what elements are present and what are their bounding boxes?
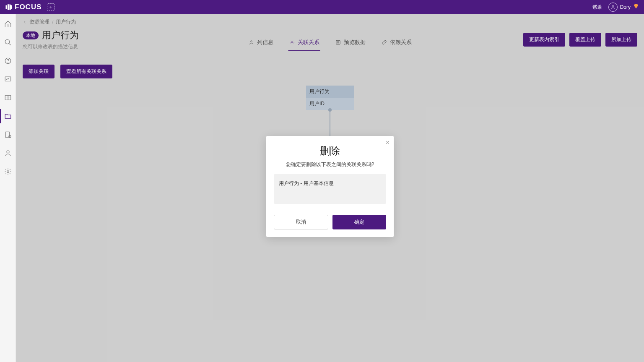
delete-modal: × 删除 您确定要删除以下表之间的关联关系吗? 用户行为 - 用户基本信息 取消… [266,136,394,237]
svg-point-3 [5,39,10,44]
app-logo[interactable]: FOCUS [5,3,42,11]
diamond-icon [633,3,639,11]
close-icon[interactable]: × [386,139,390,146]
svg-point-2 [612,5,614,7]
user-name: Dory [620,4,631,10]
cancel-button[interactable]: 取消 [274,215,328,229]
sidebar [0,14,16,362]
modal-overlay: × 删除 您确定要删除以下表之间的关联关系吗? 用户行为 - 用户基本信息 取消… [16,14,644,362]
modal-relation-box: 用户行为 - 用户基本信息 [274,174,386,204]
nav-config[interactable] [4,131,12,138]
modal-message: 您确定要删除以下表之间的关联关系吗? [274,161,386,168]
nav-folder[interactable] [4,112,12,120]
plus-icon [49,5,53,9]
user-icon [610,5,615,10]
svg-point-9 [8,135,10,138]
nav-chart[interactable] [4,76,12,83]
topbar: FOCUS 帮助 Dory [0,0,644,14]
main: 资源管理 / 用户行为 本地 用户行为 您可以修改表的描述信息 更新表内索引 覆… [16,14,644,362]
add-button[interactable] [47,3,55,11]
topbar-right: 帮助 Dory [592,3,639,12]
modal-title: 删除 [274,144,386,158]
svg-rect-0 [6,5,7,9]
nav-help[interactable] [4,57,12,65]
svg-point-11 [7,171,9,173]
help-link[interactable]: 帮助 [592,4,602,11]
nav-user[interactable] [4,149,12,157]
svg-rect-7 [5,96,11,100]
logo-icon [5,3,13,11]
user-menu[interactable]: Dory [608,3,639,12]
nav-settings[interactable] [4,168,12,175]
nav-table[interactable] [4,94,12,102]
svg-point-5 [8,62,8,63]
confirm-button[interactable]: 确定 [332,215,386,229]
svg-rect-1 [8,4,9,10]
svg-point-10 [7,151,9,153]
nav-home[interactable] [4,20,12,28]
avatar [608,3,618,12]
topbar-left: FOCUS [5,3,55,11]
brand-text: FOCUS [15,3,42,11]
nav-search[interactable] [4,39,12,46]
